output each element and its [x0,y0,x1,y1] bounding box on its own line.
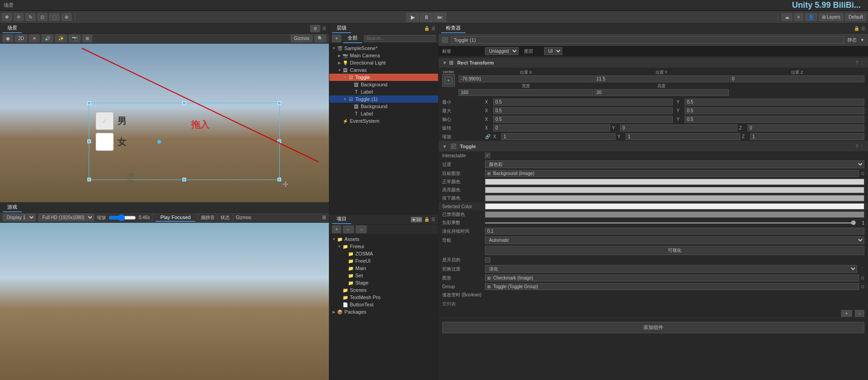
game-play-focused[interactable]: Play Focused [156,214,195,222]
object-active-checkbox[interactable]: ✓ [442,37,448,43]
handle-tl[interactable] [87,101,91,105]
rect-transform-help-btn[interactable]: ? [855,60,858,65]
list-remove-btn[interactable]: - [855,310,864,317]
move-tool-btn[interactable]: ✢ [14,13,24,21]
pause-button[interactable]: ⏸ [420,13,433,22]
project-item-buttontest[interactable]: 📄 ButtonTest [329,301,438,308]
tab-game[interactable]: 游戏 [3,203,22,212]
game-resolution-select[interactable]: Full HD (1920x1080) [38,214,94,221]
project-item-zosma[interactable]: 📁 ZOSMA [329,250,438,257]
scene-gizmos-btn[interactable]: Gizmos [291,35,313,42]
hierarchy-item-toggle[interactable]: ▼ ☑ Toggle [329,74,438,81]
hierarchy-item-toggle1[interactable]: ▼ ☑ Toggle (1) [329,95,438,103]
rot-z-input[interactable]: 0 [747,125,864,131]
pos-z-input[interactable]: 0 [730,75,864,82]
hierarchy-item-background1[interactable]: 🖼 Background [329,103,438,110]
hierarchy-item-canvas[interactable]: ▼ 🖼 Canvas [329,66,438,74]
project-item-freeui[interactable]: ▼ 📁 Freeui [329,243,438,250]
inspector-menu-btn[interactable]: ☰ [861,26,865,31]
target-graphic-dot-btn[interactable]: ⊙ [861,171,864,176]
handle-ml[interactable] [87,140,91,143]
toggle-menu-btn[interactable]: ⋮ [860,144,864,149]
fade-duration-input[interactable]: 0.1 [485,228,864,235]
color-multiplier-thumb[interactable] [851,220,856,225]
project-item-set[interactable]: 📁 Set [329,272,438,279]
pos-x-input[interactable]: -76.99091 [459,75,593,82]
switch-transition-select[interactable]: 淡化 [485,265,857,273]
hierarchy-item-maincamera[interactable]: ▶ 📷 Main Camera [329,52,438,59]
is-on-checkbox[interactable] [485,257,490,263]
hierarchy-item-label1[interactable]: T Label [329,110,438,117]
interactable-checkbox[interactable]: ✓ [485,153,490,158]
graphic-ref[interactable]: ⊞ Checkmark (Image) [485,275,859,281]
handle-bm[interactable] [182,178,186,181]
list-add-btn[interactable]: + [841,310,852,317]
handle-br[interactable] [278,178,281,181]
rotate-tool-btn[interactable]: ↻ [25,13,35,21]
transform-tool-btn[interactable]: ✥ [2,13,12,21]
hierarchy-add-btn[interactable]: + [332,35,341,42]
hierarchy-item-samplescene[interactable]: ▼ 🎬 SampleScene* [329,45,438,52]
scene-search-btn[interactable]: 🔍 [314,35,326,42]
handle-bl[interactable] [87,178,91,181]
selected-color-swatch[interactable] [485,203,864,210]
scene-draw-mode[interactable]: ◉ [3,35,13,42]
hierarchy-item-directionallight[interactable]: ▶ 💡 Directional Light [329,59,438,66]
project-item-scenes[interactable]: 📁 Scenes [329,286,438,294]
disabled-color-swatch[interactable] [485,211,864,218]
tab-project[interactable]: 项目 [332,215,351,224]
layers-btn[interactable]: ⊞ Layers [819,13,844,21]
project-item-freeuisub[interactable]: 📁 FreeUI [329,257,438,265]
scale-x-input[interactable]: 1 [501,133,616,140]
rot-y-input[interactable]: 0 [620,125,737,131]
handle-tm[interactable] [182,101,186,105]
project-back-btn[interactable]: ← [343,225,354,233]
collab-btn[interactable]: ☁ [782,13,792,21]
rect-tool-btn[interactable]: ⬚ [49,13,60,21]
multi-tool-btn[interactable]: ⊕ [61,13,71,21]
handle-mr[interactable] [278,140,281,143]
game-display-select[interactable]: Display 1 [3,214,35,221]
project-add-btn[interactable]: + [332,225,341,233]
scene-2d-btn[interactable]: 2D [15,35,27,42]
width-input[interactable]: 160 [459,89,593,96]
scale-tool-btn[interactable]: ⊡ [37,13,47,21]
switch-transition-menu-btn[interactable]: ⋮ [860,266,864,271]
tab-inspector[interactable]: 检查器 [441,24,465,33]
object-name-input[interactable]: Toggle (1) [451,36,844,44]
height-input[interactable]: 20 [594,89,729,96]
scene-light-btn[interactable]: ☀ [29,35,40,42]
pivot-y-input[interactable]: 0.5 [685,116,864,123]
scene-settings-btn[interactable]: ⚙ [310,25,320,32]
scene-grid-btn[interactable]: ⊞ [82,35,92,42]
anchor-preset-btn[interactable] [442,74,455,87]
hierarchy-all-tab[interactable]: 全部 [343,34,362,43]
pivot-x-input[interactable]: 0.5 [493,116,673,123]
graphic-dot-btn[interactable]: ⊙ [861,275,864,280]
scene-fx-btn[interactable]: ✨ [55,35,67,42]
normal-color-swatch[interactable] [485,179,864,185]
min-x-input[interactable]: 0.5 [493,99,673,105]
account-btn[interactable]: 👤 [805,13,817,21]
group-ref[interactable]: ⊞ Toggle (Toggle Group) [485,283,859,290]
toggle-section-header[interactable]: ▼ ✓ Toggle ? ⋮ [439,141,868,151]
static-dropdown-btn[interactable]: ▼ [860,38,864,42]
target-graphic-ref[interactable]: ⊞ Background (Image) [485,170,859,177]
hierarchy-item-label[interactable]: T Label [329,88,438,95]
rect-transform-header[interactable]: ▼ ⊞ Rect Transform ? ⋮ [439,58,868,68]
project-item-main[interactable]: 📁 Main [329,265,438,272]
toggle-help-btn[interactable]: ? [855,144,858,149]
add-component-btn[interactable]: 添加组件 [442,322,864,333]
scene-audio-btn[interactable]: 🔊 [41,35,53,42]
scene-menu-btn[interactable]: ☰ [322,26,326,31]
max-x-input[interactable]: 0.5 [493,107,673,114]
transition-select[interactable]: 颜色彩 [485,160,864,168]
visualize-btn[interactable]: 可视化 [485,246,864,255]
hierarchy-search[interactable] [364,35,435,42]
max-y-input[interactable]: 0.5 [685,107,864,114]
services-btn[interactable]: ≡ [794,13,803,21]
scale-z-input[interactable]: 1 [750,133,864,140]
project-item-assets[interactable]: ▼ 📁 Assets [329,235,438,243]
rect-transform-menu-btn[interactable]: ⋮ [860,60,864,65]
layer-select[interactable]: UI [544,47,562,55]
